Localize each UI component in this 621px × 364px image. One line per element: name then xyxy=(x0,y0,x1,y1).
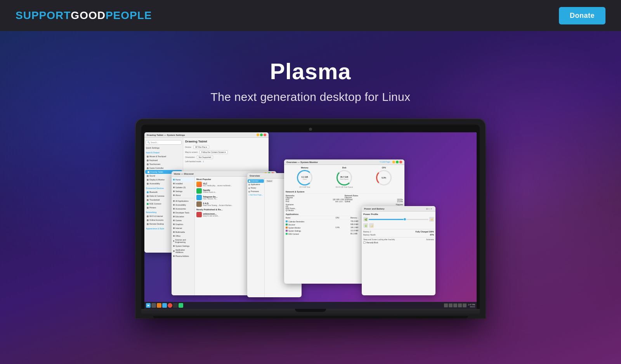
orientation-row: Orientation: Not Supported xyxy=(185,155,267,159)
power-performance-icon: ⚡ xyxy=(429,217,434,222)
disk-circle: 85.7 GiB Used Space xyxy=(337,170,352,185)
power-close-icon[interactable]: ✕ xyxy=(430,208,432,210)
pv-history[interactable]: History xyxy=(247,186,264,190)
sysmon-max[interactable] xyxy=(396,161,399,163)
pv-add-page[interactable]: + Add New Page... xyxy=(247,193,264,197)
settings-touchscreen[interactable]: Touchscreen xyxy=(144,162,183,166)
battery-row: Battery 2 Fully Charged 100% xyxy=(363,231,434,233)
map-label: Map to screen: xyxy=(185,151,198,153)
sysmon-close[interactable] xyxy=(399,161,402,163)
taskbar-app6[interactable] xyxy=(179,303,183,308)
settings-max-btn[interactable] xyxy=(260,133,263,136)
memory-metric: Memory 3.1 GiB Used 15.5 GiB Total xyxy=(286,166,324,188)
settings-search[interactable]: 🔍 Search... xyxy=(146,140,182,145)
network-title: Network & System xyxy=(286,191,403,194)
spotify-info: Spotify Online music st... xyxy=(203,189,217,193)
taskbar-start-icon[interactable]: ▶ xyxy=(146,303,151,308)
tray-icon-4[interactable] xyxy=(458,303,462,307)
discover-system-settings[interactable]: System Settings xyxy=(172,244,194,248)
battery-health-label: Battery Health xyxy=(363,234,376,236)
orientation-value: Not Supported xyxy=(197,155,213,159)
search-placeholder: Search... xyxy=(151,141,158,144)
taskbar-app1[interactable] xyxy=(151,303,156,308)
discover-about[interactable]: About xyxy=(172,193,194,197)
network-rates-col: Network Rates Flippynet Download132 B/s … xyxy=(345,194,403,203)
tray-icon-2[interactable] xyxy=(449,303,453,307)
discover-all-apps[interactable]: All Applications xyxy=(172,199,194,203)
power-profile-row: 🌿 ⚡ xyxy=(363,217,434,222)
power-expand-icon[interactable]: ⊞ xyxy=(426,208,428,210)
power-slider[interactable] xyxy=(369,219,428,220)
battery-label: Battery 2 xyxy=(363,231,371,233)
disk-used-label: Used Space xyxy=(340,178,349,180)
discover-education[interactable]: Education xyxy=(172,215,194,218)
voko-info: vokoscreen... Easy to use screen... xyxy=(203,213,219,217)
discover-installed[interactable]: Installed xyxy=(172,182,194,185)
page-viewer-sidebar: Overview Applications History Processes … xyxy=(247,179,265,297)
taskbar-app2[interactable] xyxy=(157,303,161,308)
settings-min-btn[interactable] xyxy=(257,133,259,136)
battery-icon: 🔋 xyxy=(363,223,368,228)
settings-keyboard[interactable]: Keyboard xyxy=(144,158,183,162)
taskbar-app4[interactable] xyxy=(168,303,172,308)
discover-office[interactable]: Office xyxy=(172,234,194,238)
laptop-screen-bezel: Drawing Tablet — System Settings xyxy=(141,125,480,309)
map-to-screen-row: Map to screen: Follow the Content Screen… xyxy=(185,150,267,154)
logo: SUPPORT GOOD PEOPLE xyxy=(16,9,152,22)
pv-processes[interactable]: Processes xyxy=(247,190,264,193)
memory-title: Memory xyxy=(286,166,324,169)
page-viewer-title: Overview xyxy=(250,175,260,177)
left-handed-label: Left-handed mode: xyxy=(185,160,201,163)
sysmon-controls: ✎ Edit Page xyxy=(380,161,402,163)
discover-plasma-addons[interactable]: Plasma Addons xyxy=(172,254,194,258)
discover-accessories[interactable]: Accessories xyxy=(172,207,194,211)
battery-health-val: 87% xyxy=(430,234,434,236)
pv-overview[interactable]: Overview xyxy=(248,179,264,183)
vlc-icon xyxy=(196,182,202,187)
discover-games[interactable]: Games xyxy=(172,218,194,222)
tools-btn[interactable]: Tools ▾ xyxy=(266,180,273,182)
settings-gamecontroller[interactable]: Game Controller xyxy=(144,166,183,170)
taskbar-app5[interactable] xyxy=(173,303,178,308)
discover-dev-tools[interactable]: Developer Tools xyxy=(172,211,194,215)
discover-multimedia[interactable]: Multimedia xyxy=(172,230,194,234)
manually-block-check[interactable] xyxy=(363,241,366,244)
disk-used: 85.7 GiB xyxy=(340,176,349,178)
tray-icon-1[interactable] xyxy=(444,303,448,307)
map-value[interactable]: Follow the Content Screen ▾ xyxy=(199,150,228,154)
discover-home[interactable]: Home xyxy=(172,178,194,182)
discover-app-additions[interactable]: Application Additions xyxy=(172,248,194,254)
memory-circle: 3.1 GiB Used xyxy=(297,170,312,185)
edit-page-btn[interactable]: ✎ Edit Page xyxy=(380,161,390,163)
device-value[interactable]: XP Pen Pan ▾ xyxy=(193,145,210,149)
sysmon-min[interactable] xyxy=(392,161,395,163)
power-titlebar: Power and Battery ⊞ ≡ ✕ xyxy=(362,206,435,211)
hero-title: Plasma xyxy=(211,58,411,84)
discover-settings[interactable]: Settings xyxy=(172,189,194,193)
taskbar-app3[interactable] xyxy=(162,303,167,308)
settings-mouse[interactable]: Mouse & Touchpad xyxy=(144,154,183,158)
hero-subtitle: The next generation desktop for Linux xyxy=(211,90,411,104)
power-save-icon: 🌿 xyxy=(363,217,368,222)
power-menu-icon[interactable]: ≡ xyxy=(428,208,430,210)
tray-icon-3[interactable] xyxy=(453,303,457,307)
sleep-row: Sleep and Screen Locking after Inactivit… xyxy=(363,239,434,241)
settings-controls xyxy=(257,133,266,136)
settings-titlebar: Drawing Tablet — System Settings xyxy=(144,132,269,138)
discover-accessibility[interactable]: Accessibility xyxy=(172,203,194,207)
device-label: Device: xyxy=(185,146,192,148)
tray-icon-5[interactable] xyxy=(463,303,467,307)
taskbar: ▶ xyxy=(144,302,477,309)
donate-button[interactable]: Donate xyxy=(559,7,605,24)
taskbar-right: 1:47 PM 9/30/22 xyxy=(444,303,475,308)
pv-applications[interactable]: Applications xyxy=(247,183,264,186)
game-desc: Real-Time Strateg... Ancient Warfare... xyxy=(203,205,233,206)
settings-close-btn[interactable] xyxy=(264,133,266,136)
discover-internet[interactable]: Internet xyxy=(172,226,194,230)
discover-graphics[interactable]: Graphics xyxy=(172,222,194,226)
power-content: Power Profile 🌿 ⚡ xyxy=(362,211,435,246)
hero-text: Plasma The next generation desktop for L… xyxy=(211,58,411,104)
discover-updates[interactable]: Updates (0) xyxy=(172,185,194,189)
discover-science[interactable]: Science and Engineering xyxy=(172,238,194,244)
cpu-val: 5.3% xyxy=(382,177,386,179)
